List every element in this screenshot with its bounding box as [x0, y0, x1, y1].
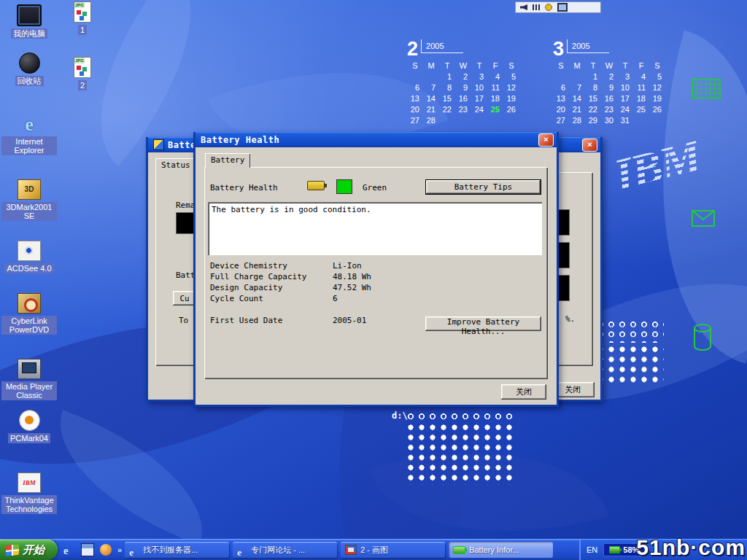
taskbar-task[interactable]: 2 - 画图 — [341, 542, 445, 558]
ie-icon — [129, 545, 139, 554]
desktop-icon-recycle-bin[interactable]: 回收站 — [1, 52, 57, 87]
desktop-file-2[interactable]: 2 — [58, 57, 107, 91]
display-icon — [557, 3, 568, 12]
improve-battery-health-button[interactable]: Improve Battery Health... — [425, 316, 541, 331]
language-indicator[interactable]: EN — [587, 545, 597, 554]
close-icon[interactable]: × — [582, 139, 597, 152]
field-value: 48.18 Wh — [333, 272, 371, 281]
close-icon[interactable]: × — [538, 133, 554, 147]
calendar-day: 10 — [471, 83, 487, 94]
calendar-day: 18 — [633, 94, 649, 105]
percent-label: %. — [565, 314, 575, 324]
jpg-file-icon — [74, 57, 91, 78]
tab-status[interactable]: Status — [155, 158, 196, 173]
calendar-weekday: S — [503, 61, 519, 72]
calendar-day: 25 — [487, 105, 503, 116]
close-button[interactable]: 关闭 — [501, 384, 546, 400]
ie-icon[interactable] — [63, 544, 75, 556]
desktop-icon[interactable] — [81, 543, 94, 556]
windows-flag-icon — [6, 544, 19, 556]
desktop-icon-thinkvantage[interactable]: ThinkVantage Technologies — [1, 472, 57, 515]
desktop-icon-pcmark[interactable]: PCMark04 — [1, 410, 57, 444]
desktop-icon-powerdvd[interactable]: CyberLink PowerDVD — [1, 293, 57, 335]
field-label: Design Capacity — [210, 283, 333, 292]
calendar-weekday: T — [439, 61, 455, 72]
calendar-day: 29 — [585, 116, 601, 127]
field-label: First Used Date — [210, 316, 333, 325]
pcmark-icon — [19, 410, 40, 431]
calendar-day: 4 — [633, 72, 649, 83]
calendar-day: 3 — [471, 72, 487, 83]
battery-field-row: Full Charge Capacity48.18 Wh — [210, 271, 531, 282]
calendar-february: 2 2005 SMTWTFS12345678910111213141516171… — [407, 39, 524, 127]
media-icon[interactable] — [100, 544, 112, 556]
start-button[interactable]: 开始 — [0, 540, 58, 560]
calendar-day: 9 — [455, 83, 471, 94]
desktop-file-label: 2 — [78, 80, 87, 90]
dot-pattern-hollow — [407, 413, 516, 423]
desktop-icon-label: CyberLink PowerDVD — [1, 316, 57, 335]
quick-launch — [58, 540, 117, 560]
desktop-icon-internet-explorer[interactable]: Internet Explorer — [1, 115, 57, 156]
calendar-weekday: M — [423, 61, 439, 72]
calendar-weekday: W — [455, 61, 471, 72]
taskbar-task[interactable]: 专门网论坛 - ... — [233, 542, 337, 558]
window-titlebar[interactable]: Battery Health × — [196, 132, 557, 147]
taskbar-task[interactable]: 找不到服务器... — [125, 542, 229, 558]
health-status-swatch — [336, 179, 352, 194]
calendar-day: 6 — [407, 83, 423, 94]
calendar-day: 24 — [617, 105, 633, 116]
calendar-weekday: S — [407, 61, 423, 72]
calendar-march: 3 2005 SMTWTFS12345678910111213141516171… — [553, 39, 670, 127]
calendar-weekday: F — [487, 61, 503, 72]
envelope-icon — [692, 210, 715, 227]
calendar-grid: SMTWTFS123456789101112131415161718192021… — [553, 61, 670, 127]
calendar-day: 28 — [423, 116, 439, 127]
desktop-icon-acdsee[interactable]: ACDSee 4.0 — [1, 241, 57, 274]
calendar-day: 5 — [649, 72, 665, 83]
calendar-day — [423, 72, 439, 83]
watermark: 51nb·com — [636, 535, 746, 560]
calendar-day — [439, 116, 455, 127]
field-value: Li-Ion — [333, 261, 362, 271]
battery-tips-button[interactable]: Battery Tips — [425, 179, 541, 195]
calendar-day: 30 — [601, 116, 617, 127]
field-label: Full Charge Capacity — [210, 272, 333, 281]
calendar-day: 21 — [569, 105, 585, 116]
speaker-icon — [520, 4, 527, 10]
jpg-file-icon — [74, 1, 91, 23]
calendar-day: 27 — [407, 116, 423, 127]
tab-battery[interactable]: Battery — [205, 153, 250, 168]
calendar-day: 5 — [503, 72, 519, 83]
calendar-weekday: T — [471, 61, 487, 72]
task-label: Battery Infor... — [469, 545, 519, 554]
desktop-icon-media-player-classic[interactable]: Media Player Classic — [1, 359, 57, 401]
desktop-icon-my-computer[interactable]: 我的电脑 — [1, 4, 57, 39]
desktop-icon-threedmark[interactable]: 3DMark2001 SE — [1, 179, 57, 222]
desktop-file-1[interactable]: 1 — [58, 1, 107, 36]
calendar-day: 11 — [487, 83, 503, 94]
calendar-day — [503, 116, 519, 127]
start-label: 开始 — [23, 543, 44, 557]
calendar-day: 21 — [423, 105, 439, 116]
condition-textbox[interactable]: The battery is in good condition. — [208, 202, 542, 255]
calendar-day: 12 — [649, 83, 665, 94]
brightness-icon — [545, 4, 552, 11]
chevron-right-icon[interactable]: » — [117, 545, 122, 554]
calendar-day: 20 — [553, 105, 569, 116]
window-title: Battery Health — [201, 135, 538, 145]
taskbar-task[interactable]: Battery Infor... — [449, 542, 553, 558]
cylinder-icon — [693, 323, 712, 352]
calendar-day — [649, 116, 665, 127]
calendar-day: 15 — [585, 94, 601, 105]
ibm-logo: IBM — [610, 133, 705, 200]
thinkvantage-icon — [18, 472, 41, 493]
calendar-year: 2005 — [567, 39, 608, 53]
leaf-decoration — [369, 411, 609, 560]
desktop-icon-label: ThinkVantage Technologies — [1, 495, 57, 514]
calendar-day: 15 — [439, 94, 455, 105]
calendar-day: 25 — [633, 105, 649, 116]
battery-icon — [453, 546, 465, 554]
desktop: 我的电脑回收站Internet Explorer3DMark2001 SEACD… — [0, 0, 747, 560]
battery-field-row: Cycle Count6 — [210, 293, 531, 304]
